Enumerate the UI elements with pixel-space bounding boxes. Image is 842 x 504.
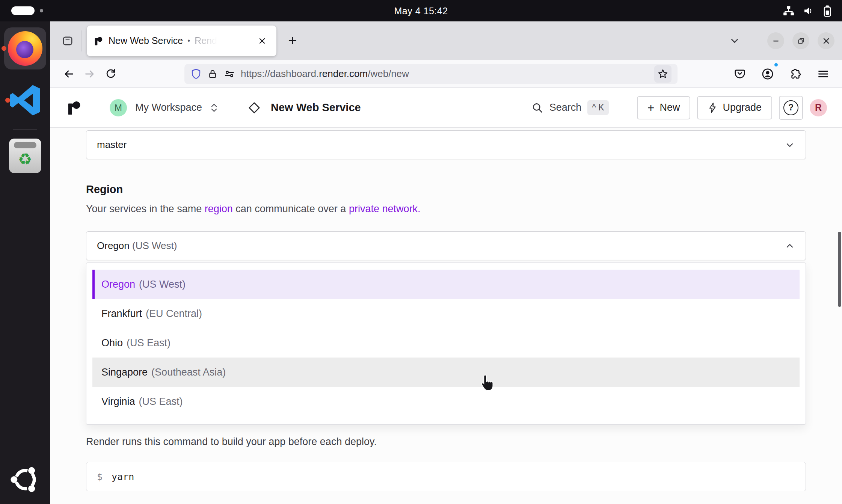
app-header: M My Workspace New Web Service Search: [50, 88, 842, 128]
permissions-icon[interactable]: [223, 68, 235, 80]
new-button[interactable]: + New: [637, 96, 691, 119]
region-value-area: (US West): [132, 240, 177, 251]
search-shortcut-badge: ^ K: [587, 100, 609, 115]
reload-button[interactable]: [100, 63, 121, 85]
mouse-cursor-hand: [481, 374, 494, 391]
dock-item-vscode[interactable]: [8, 83, 42, 118]
workspace-switcher[interactable]: M My Workspace: [96, 88, 230, 127]
region-option-ohio[interactable]: Ohio (US East): [92, 328, 800, 358]
lock-icon[interactable]: [207, 68, 218, 80]
question-icon: ?: [783, 100, 798, 115]
region-option-virginia[interactable]: Virginia (US East): [92, 387, 800, 416]
help-button[interactable]: ?: [779, 96, 803, 120]
dock-item-firefox[interactable]: [4, 27, 46, 69]
ubuntu-logo-icon: [11, 465, 40, 494]
url-bar[interactable]: https://dashboard.render.com/web/new: [184, 64, 678, 84]
bolt-icon: [708, 102, 717, 113]
build-command-input[interactable]: $ yarn: [86, 462, 806, 491]
option-area: (EU Central): [146, 308, 202, 320]
workspace-indicator-dot[interactable]: [40, 9, 43, 12]
header-right: Search ^ K + New Upgrade: [531, 88, 842, 127]
url-text[interactable]: https://dashboard.render.com/web/new: [241, 68, 409, 80]
tab-separator: [81, 30, 82, 51]
desc-text-2: can communicate over a: [233, 203, 349, 214]
search-button[interactable]: Search ^ K: [531, 100, 622, 115]
forward-button[interactable]: [79, 63, 100, 85]
chevron-down-icon: [785, 140, 795, 150]
tab-bar: New Web Service • Render +: [50, 21, 842, 60]
dock-divider: [13, 129, 37, 130]
workspace-name: My Workspace: [135, 102, 202, 113]
system-tray[interactable]: [783, 0, 832, 21]
screen: May 4 15:42 ♻: [0, 0, 842, 504]
extensions-icon[interactable]: [785, 63, 806, 85]
url-path: /web/new: [368, 68, 409, 79]
firefox-running-dot: [2, 46, 6, 51]
option-area: (US West): [139, 279, 186, 290]
region-value-city: Oregon: [97, 240, 130, 251]
network-icon: [783, 5, 795, 17]
region-option-singapore[interactable]: Singapore (Southeast Asia): [92, 358, 800, 387]
region-heading: Region: [86, 183, 806, 196]
browser-toolbar: https://dashboard.render.com/web/new: [50, 60, 842, 88]
workspace-indicator-pill[interactable]: [11, 6, 35, 15]
branch-select-value: master: [97, 139, 127, 151]
tracking-shield-icon[interactable]: [190, 68, 202, 80]
list-all-tabs-button[interactable]: [724, 31, 745, 51]
bookmark-star-icon[interactable]: [654, 65, 671, 83]
battery-icon: [822, 5, 832, 17]
firefox-icon: [8, 31, 42, 66]
restore-button[interactable]: [792, 32, 809, 49]
region-dropdown: Oregon (US West) Frankfurt (EU Central) …: [86, 263, 806, 425]
region-option-oregon[interactable]: Oregon (US West): [92, 270, 800, 299]
chevron-up-icon: [785, 241, 795, 251]
account-icon[interactable]: [757, 63, 778, 85]
private-network-link[interactable]: private network.: [349, 203, 421, 214]
region-option-frankfurt[interactable]: Frankfurt (EU Central): [92, 299, 800, 328]
pocket-icon[interactable]: [729, 63, 750, 85]
option-city: Ohio: [101, 337, 123, 349]
menu-hamburger-icon[interactable]: [813, 63, 834, 85]
region-link[interactable]: region: [205, 203, 233, 214]
vscode-icon: [8, 83, 42, 118]
option-city: Virginia: [101, 396, 135, 407]
branch-select[interactable]: master: [86, 130, 806, 159]
dock: ♻: [0, 21, 50, 504]
system-clock[interactable]: May 4 15:42: [394, 5, 448, 16]
browser-window: New Web Service • Render +: [50, 21, 842, 504]
region-description: Your services in the same region can com…: [86, 203, 806, 215]
shell-prompt: $: [97, 471, 103, 482]
upgrade-button[interactable]: Upgrade: [697, 96, 772, 119]
minimize-button[interactable]: [767, 32, 784, 49]
back-button[interactable]: [58, 63, 79, 85]
user-avatar[interactable]: R: [810, 99, 827, 116]
new-tab-button[interactable]: +: [282, 31, 303, 51]
build-command-description: Render runs this command to build your a…: [86, 436, 806, 448]
search-icon: [531, 102, 543, 114]
desc-text-1: Your services in the same: [86, 203, 205, 214]
option-city: Singapore: [101, 367, 148, 378]
new-button-label: New: [659, 102, 680, 113]
region-select[interactable]: Oregon (US West): [86, 231, 806, 260]
dock-item-show-apps[interactable]: [11, 465, 40, 494]
dock-item-trash[interactable]: ♻: [9, 139, 41, 173]
tab-title: New Web Service: [109, 35, 183, 46]
active-tab[interactable]: New Web Service • Render: [87, 26, 276, 56]
tab-title-separator: •: [187, 36, 190, 45]
diamond-icon: [247, 101, 261, 115]
tab-close-button[interactable]: [255, 33, 270, 48]
header-buttons: + New Upgrade ? R: [623, 96, 842, 120]
page-scrollbar-thumb[interactable]: [838, 232, 841, 307]
option-area: (US East): [139, 396, 183, 407]
close-window-button[interactable]: [818, 32, 834, 49]
tab-favicon: [94, 36, 103, 46]
chevron-updown-icon: [210, 102, 219, 113]
toolbar-right-icons: [729, 63, 834, 85]
page-title: New Web Service: [271, 101, 361, 114]
render-logo[interactable]: [50, 88, 96, 127]
upgrade-button-label: Upgrade: [723, 102, 762, 113]
firefox-view-button[interactable]: [57, 31, 78, 51]
option-area: (Southeast Asia): [151, 367, 226, 378]
workspace-avatar: M: [110, 99, 127, 116]
option-area: (US East): [127, 337, 171, 349]
